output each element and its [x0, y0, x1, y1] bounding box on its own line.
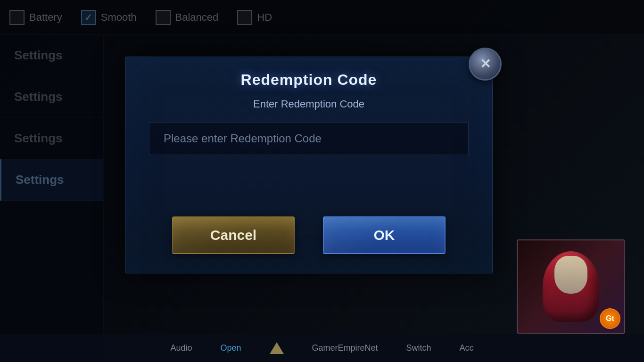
- audio-label: Audio: [170, 343, 192, 353]
- close-button[interactable]: ✕: [469, 48, 502, 81]
- modal-buttons: Cancel OK: [125, 216, 492, 254]
- redemption-modal: ✕ Redemption Code Enter Redemption Code …: [125, 57, 493, 273]
- modal-subtitle: Enter Redemption Code: [125, 98, 492, 110]
- acc-label: Acc: [460, 343, 474, 353]
- close-icon: ✕: [480, 58, 491, 71]
- nav-arrow-up[interactable]: [270, 342, 284, 354]
- open-link[interactable]: Open: [220, 343, 241, 353]
- game-thumbnail[interactable]: Gt: [517, 239, 625, 334]
- character-hood: [543, 251, 599, 322]
- ok-button[interactable]: OK: [323, 216, 446, 254]
- site-label: GamerEmpireNet: [312, 343, 378, 353]
- switch-label: Switch: [406, 343, 431, 353]
- redemption-code-input-area[interactable]: Please enter Redemption Code: [149, 122, 469, 155]
- cancel-button[interactable]: Cancel: [172, 216, 295, 254]
- bottom-bar: Audio Open GamerEmpireNet Switch Acc: [0, 334, 644, 362]
- redemption-code-placeholder: Please enter Redemption Code: [164, 132, 322, 145]
- gt-badge: Gt: [600, 308, 620, 329]
- modal-title: Redemption Code: [125, 57, 492, 89]
